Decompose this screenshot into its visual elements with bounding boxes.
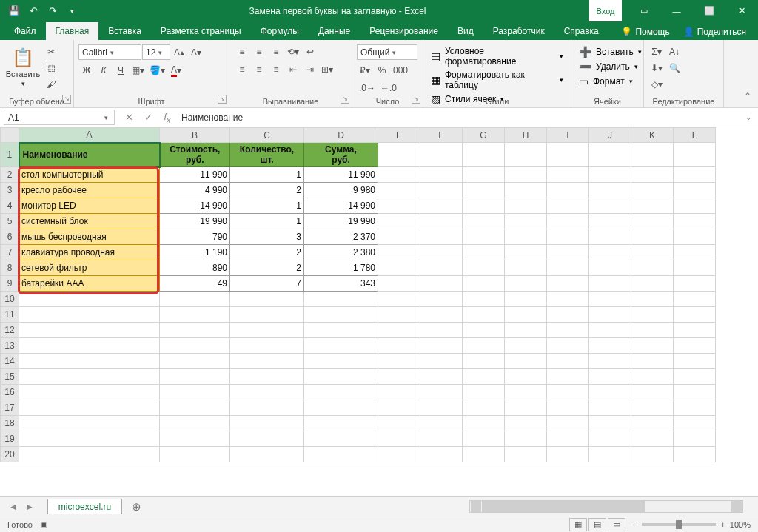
tab-formulas[interactable]: Формулы xyxy=(251,22,309,40)
shrink-font-icon[interactable]: A▾ xyxy=(188,45,204,60)
formula-input[interactable]: Наименование xyxy=(177,112,739,123)
insert-icon: ➕ xyxy=(579,46,591,58)
merge-icon[interactable]: ⊞▾ xyxy=(319,62,335,77)
qat-dropdown-icon[interactable]: ▾ xyxy=(64,3,80,19)
font-color-icon[interactable]: A▾ xyxy=(168,63,184,78)
close-icon[interactable]: ✕ xyxy=(725,0,758,21)
percent-icon[interactable]: % xyxy=(374,63,390,78)
expand-formula-icon[interactable]: ⌄ xyxy=(739,113,758,121)
currency-icon[interactable]: ₽▾ xyxy=(357,63,373,78)
minimize-icon[interactable]: — xyxy=(660,0,693,21)
save-icon[interactable]: 💾 xyxy=(6,3,22,19)
format-as-table-button[interactable]: ▦Форматировать как таблицу▾ xyxy=(428,68,566,92)
bulb-icon: 💡 xyxy=(621,27,632,37)
login-button[interactable]: Вход xyxy=(589,0,622,21)
tab-insert[interactable]: Вставка xyxy=(98,22,151,40)
ribbon-display-icon[interactable]: ▭ xyxy=(628,0,660,21)
tab-page-layout[interactable]: Разметка страницы xyxy=(151,22,251,40)
copy-icon[interactable]: ⿻ xyxy=(43,61,59,75)
bold-button[interactable]: Ж xyxy=(78,63,95,78)
group-editing: Σ▾ ⬇▾ ◇▾ A↓ 🔍 Редактирование xyxy=(644,40,724,107)
align-top-icon[interactable]: ≡ xyxy=(234,44,250,59)
collapse-ribbon-icon[interactable]: ⌃ xyxy=(742,91,754,103)
fill-icon[interactable]: ⬇▾ xyxy=(648,61,665,75)
tab-developer[interactable]: Разработчик xyxy=(483,22,554,40)
cut-icon[interactable]: ✂ xyxy=(43,44,59,59)
tab-home[interactable]: Главная xyxy=(46,22,99,40)
increase-decimal-icon[interactable]: .0→ xyxy=(357,81,378,95)
align-bottom-icon[interactable]: ≡ xyxy=(268,44,284,59)
tab-data[interactable]: Данные xyxy=(309,22,360,40)
person-icon: 👤 xyxy=(683,27,694,37)
font-size-combo[interactable]: 12▾ xyxy=(142,44,170,60)
ribbon-tabs: Файл Главная Вставка Разметка страницы Ф… xyxy=(0,21,758,40)
group-label: Ячейки xyxy=(571,97,643,106)
format-painter-icon[interactable]: 🖌 xyxy=(43,77,59,92)
share-button[interactable]: 👤Поделиться xyxy=(677,24,752,40)
decrease-decimal-icon[interactable]: ←.0 xyxy=(378,81,399,95)
sort-filter-icon[interactable]: A↓ xyxy=(666,44,682,59)
dialog-launcher-icon[interactable]: ↘ xyxy=(412,95,420,104)
group-styles: ▤Условное форматирование▾ ▦Форматировать… xyxy=(423,40,571,107)
window-title: Замена первой буквы на заглавную - Excel xyxy=(86,6,589,16)
decrease-indent-icon[interactable]: ⇤ xyxy=(285,62,301,77)
dialog-launcher-icon[interactable]: ↘ xyxy=(62,95,71,104)
enter-formula-icon[interactable]: ✓ xyxy=(138,112,158,123)
borders-icon[interactable]: ▦▾ xyxy=(130,63,147,78)
insert-cells-button[interactable]: ➕Вставить▾ xyxy=(576,44,645,59)
grow-font-icon[interactable]: A▴ xyxy=(171,45,187,60)
dialog-launcher-icon[interactable]: ↘ xyxy=(341,95,349,104)
group-label: Редактирование xyxy=(644,97,723,106)
format-icon: ▭ xyxy=(579,75,588,87)
group-number: Общий▾ ₽▾ % 000 .0→ ←.0 Число ↘ xyxy=(352,40,423,107)
paste-button[interactable]: 📋Вставить▾ xyxy=(4,44,41,87)
tab-file[interactable]: Файл xyxy=(4,22,46,40)
autosum-icon[interactable]: Σ▾ xyxy=(648,44,665,59)
number-format-combo[interactable]: Общий▾ xyxy=(357,44,417,60)
cancel-formula-icon[interactable]: ✕ xyxy=(119,112,138,123)
fill-color-icon[interactable]: 🪣▾ xyxy=(147,63,167,78)
redo-icon[interactable]: ↷ xyxy=(44,3,61,19)
underline-button[interactable]: Ч xyxy=(113,63,129,78)
group-cells: ➕Вставить▾ ➖Удалить▾ ▭Формат▾ Ячейки xyxy=(571,40,644,107)
orientation-icon[interactable]: ⟲▾ xyxy=(285,44,301,59)
wrap-text-icon[interactable]: ↩ xyxy=(302,44,318,59)
undo-icon[interactable]: ↶ xyxy=(25,3,41,19)
dialog-launcher-icon[interactable]: ↘ xyxy=(218,95,227,104)
tab-review[interactable]: Рецензирование xyxy=(360,22,448,40)
group-clipboard: 📋Вставить▾ ✂ ⿻ 🖌 Буфер обмена ↘ xyxy=(0,40,74,107)
quick-access-toolbar: 💾 ↶ ↷ ▾ xyxy=(0,3,86,19)
table-icon: ▦ xyxy=(431,74,440,86)
tell-me-button[interactable]: 💡Помощь xyxy=(615,24,675,40)
ribbon: 📋Вставить▾ ✂ ⿻ 🖌 Буфер обмена ↘ Calibri▾… xyxy=(0,40,758,108)
group-alignment: ≡ ≡ ≡ ⟲▾ ↩ ≡ ≡ ≡ ⇤ ⇥ ⊞▾ Выравнивание ↘ xyxy=(229,40,352,107)
conditional-formatting-button[interactable]: ▤Условное форматирование▾ xyxy=(428,44,566,68)
increase-indent-icon[interactable]: ⇥ xyxy=(302,62,318,77)
format-cells-button[interactable]: ▭Формат▾ xyxy=(576,74,636,89)
tab-help[interactable]: Справка xyxy=(554,22,608,40)
font-name-combo[interactable]: Calibri▾ xyxy=(78,44,141,60)
formula-bar: A1▾ ✕ ✓ fx Наименование ⌄ xyxy=(0,108,758,127)
thousands-icon[interactable]: 000 xyxy=(391,63,410,78)
align-middle-icon[interactable]: ≡ xyxy=(251,44,267,59)
group-label: Стили xyxy=(423,97,571,106)
maximize-icon[interactable]: ⬜ xyxy=(693,0,725,21)
align-center-icon[interactable]: ≡ xyxy=(251,62,267,77)
tab-view[interactable]: Вид xyxy=(448,22,483,40)
align-right-icon[interactable]: ≡ xyxy=(268,62,284,77)
align-left-icon[interactable]: ≡ xyxy=(234,62,250,77)
group-label: Выравнивание xyxy=(229,97,352,106)
find-select-icon[interactable]: 🔍 xyxy=(666,61,682,75)
italic-button[interactable]: К xyxy=(95,63,112,78)
delete-icon: ➖ xyxy=(579,61,591,73)
chevron-down-icon[interactable]: ▾ xyxy=(101,114,110,121)
insert-function-icon[interactable]: fx xyxy=(158,111,177,124)
delete-cells-button[interactable]: ➖Удалить▾ xyxy=(576,59,641,74)
title-bar: 💾 ↶ ↷ ▾ Замена первой буквы на заглавную… xyxy=(0,0,758,21)
group-label: Шрифт xyxy=(74,97,229,106)
group-font: Calibri▾ 12▾ A▴ A▾ Ж К Ч ▦▾ 🪣▾ A▾ Шрифт … xyxy=(74,40,229,107)
clear-icon[interactable]: ◇▾ xyxy=(648,77,665,92)
name-box[interactable]: A1▾ xyxy=(4,110,115,125)
clipboard-icon: 📋 xyxy=(12,47,34,68)
cond-format-icon: ▤ xyxy=(431,50,440,62)
